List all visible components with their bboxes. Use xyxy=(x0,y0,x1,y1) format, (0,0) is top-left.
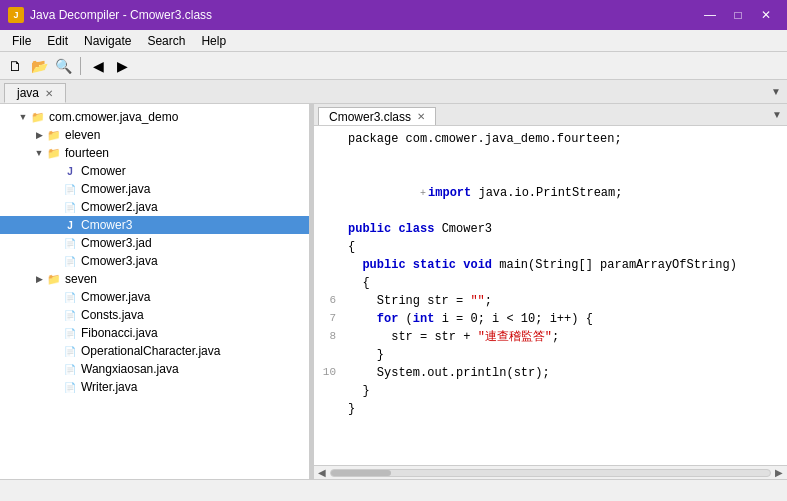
cmower3-class-label: Cmower3 xyxy=(81,218,132,232)
code-line-close-for: } xyxy=(314,346,787,364)
hscroll-left-arrow[interactable]: ◀ xyxy=(318,467,326,478)
title-text: Java Decompiler - Cmower3.class xyxy=(30,8,212,22)
hscroll-thumb[interactable] xyxy=(331,470,391,476)
toolbar-open-button[interactable]: 📂 xyxy=(28,55,50,77)
writer-java-label: Writer.java xyxy=(81,380,137,394)
operational-java-icon: 📄 xyxy=(62,343,78,359)
tree-node-cmower2-java[interactable]: ▶ 📄 Cmower2.java xyxy=(0,198,309,216)
menu-edit[interactable]: Edit xyxy=(39,32,76,50)
main-layout: ▼ 📁 com.cmower.java_demo ▶ 📁 eleven ▼ 📁 … xyxy=(0,104,787,479)
maximize-button[interactable]: □ xyxy=(725,5,751,25)
line-content-7: for (int i = 0; i < 10; i++) { xyxy=(344,310,787,328)
tree-node-cmower3-class[interactable]: ▶ J Cmower3 xyxy=(0,216,309,234)
tab-dropdown-button[interactable]: ▼ xyxy=(765,86,787,97)
line-num-8: 8 xyxy=(314,328,344,345)
root-label: com.cmower.java_demo xyxy=(49,110,178,124)
cmower2-java-icon: 📄 xyxy=(62,199,78,215)
consts-java-icon: 📄 xyxy=(62,307,78,323)
status-bar xyxy=(0,479,787,501)
seven-cmower-java-icon: 📄 xyxy=(62,289,78,305)
menu-file[interactable]: File xyxy=(4,32,39,50)
menu-bar: File Edit Navigate Search Help xyxy=(0,30,787,52)
code-line-main: public static void main(String[] paramAr… xyxy=(314,256,787,274)
eleven-label: eleven xyxy=(65,128,100,142)
eleven-toggle-icon[interactable]: ▶ xyxy=(32,128,46,142)
tree-node-operational-java[interactable]: ▶ 📄 OperationalCharacter.java xyxy=(0,342,309,360)
code-line-import: +import java.io.PrintStream; xyxy=(314,166,787,202)
line-content-main-open: { xyxy=(344,274,787,292)
menu-search[interactable]: Search xyxy=(139,32,193,50)
seven-cmower-java-label: Cmower.java xyxy=(81,290,150,304)
line-num-7: 7 xyxy=(314,310,344,327)
cmower3-java-label: Cmower3.java xyxy=(81,254,158,268)
tab-java-close[interactable]: ✕ xyxy=(45,88,53,99)
back-icon: ◀ xyxy=(93,58,104,74)
tree-node-cmower-java[interactable]: ▶ 📄 Cmower.java xyxy=(0,180,309,198)
close-button[interactable]: ✕ xyxy=(753,5,779,25)
line-content-1: package com.cmower.java_demo.fourteen; xyxy=(344,130,787,148)
tree-node-cmower3-jad[interactable]: ▶ 📄 Cmower3.jad xyxy=(0,234,309,252)
file-tree-panel: ▼ 📁 com.cmower.java_demo ▶ 📁 eleven ▼ 📁 … xyxy=(0,104,310,479)
menu-help[interactable]: Help xyxy=(193,32,234,50)
code-line-6: 6 String str = ""; xyxy=(314,292,787,310)
root-folder-icon: 📁 xyxy=(30,109,46,125)
code-line-close-main: } xyxy=(314,382,787,400)
cmower3-jad-icon: 📄 xyxy=(62,235,78,251)
seven-toggle-icon[interactable]: ▶ xyxy=(32,272,46,286)
line-content-main: public static void main(String[] paramAr… xyxy=(344,256,787,274)
code-horizontal-scrollbar[interactable]: ◀ ▶ xyxy=(314,465,787,479)
operational-java-label: OperationalCharacter.java xyxy=(81,344,220,358)
code-tab-dropdown[interactable]: ▼ xyxy=(771,109,787,120)
wangxiaosan-java-label: Wangxiaosan.java xyxy=(81,362,179,376)
tree-node-consts-java[interactable]: ▶ 📄 Consts.java xyxy=(0,306,309,324)
cmower3-class-icon: J xyxy=(62,217,78,233)
top-tab-bar: java ✕ ▼ xyxy=(0,80,787,104)
line-content-class: public class Cmower3 xyxy=(344,220,787,238)
hscroll-right-arrow[interactable]: ▶ xyxy=(775,467,783,478)
tree-node-fourteen[interactable]: ▼ 📁 fourteen xyxy=(0,144,309,162)
file-tree: ▼ 📁 com.cmower.java_demo ▶ 📁 eleven ▼ 📁 … xyxy=(0,104,309,400)
root-toggle-icon[interactable]: ▼ xyxy=(16,110,30,124)
code-panel: Cmower3.class ✕ ▼ package com.cmower.jav… xyxy=(314,104,787,479)
new-file-icon: 🗋 xyxy=(8,58,22,74)
fourteen-label: fourteen xyxy=(65,146,109,160)
tab-java-label: java xyxy=(17,86,39,100)
tree-node-cmower3-java[interactable]: ▶ 📄 Cmower3.java xyxy=(0,252,309,270)
toolbar-back-button[interactable]: ◀ xyxy=(87,55,109,77)
title-controls: — □ ✕ xyxy=(697,5,779,25)
toolbar-new-button[interactable]: 🗋 xyxy=(4,55,26,77)
hscroll-track[interactable] xyxy=(330,469,771,477)
code-editor[interactable]: package com.cmower.java_demo.fourteen; +… xyxy=(314,126,787,465)
minimize-button[interactable]: — xyxy=(697,5,723,25)
code-line-open-brace: { xyxy=(314,238,787,256)
code-line-10: 10 System.out.println(str); xyxy=(314,364,787,382)
toolbar-forward-button[interactable]: ▶ xyxy=(111,55,133,77)
line-content-10: System.out.println(str); xyxy=(344,364,787,382)
tree-node-wangxiaosan-java[interactable]: ▶ 📄 Wangxiaosan.java xyxy=(0,360,309,378)
code-tab-close[interactable]: ✕ xyxy=(417,111,425,122)
line-content-close-for: } xyxy=(344,346,787,364)
fibonacci-java-icon: 📄 xyxy=(62,325,78,341)
tree-node-seven[interactable]: ▶ 📁 seven xyxy=(0,270,309,288)
tree-node-cmower-class[interactable]: ▶ J Cmower xyxy=(0,162,309,180)
eleven-folder-icon: 📁 xyxy=(46,127,62,143)
code-line-blank xyxy=(314,202,787,220)
menu-navigate[interactable]: Navigate xyxy=(76,32,139,50)
toolbar-search-button[interactable]: 🔍 xyxy=(52,55,74,77)
tree-node-writer-java[interactable]: ▶ 📄 Writer.java xyxy=(0,378,309,396)
fourteen-folder-icon: 📁 xyxy=(46,145,62,161)
seven-label: seven xyxy=(65,272,97,286)
code-line-7: 7 for (int i = 0; i < 10; i++) { xyxy=(314,310,787,328)
tree-node-fibonacci-java[interactable]: ▶ 📄 Fibonacci.java xyxy=(0,324,309,342)
code-tab-cmower3[interactable]: Cmower3.class ✕ xyxy=(318,107,436,125)
toolbar: 🗋 📂 🔍 ◀ ▶ xyxy=(0,52,787,80)
line-content-close-class: } xyxy=(344,400,787,418)
tree-node-eleven[interactable]: ▶ 📁 eleven xyxy=(0,126,309,144)
tab-java[interactable]: java ✕ xyxy=(4,83,66,103)
tree-node-seven-cmower-java[interactable]: ▶ 📄 Cmower.java xyxy=(0,288,309,306)
tree-node-root[interactable]: ▼ 📁 com.cmower.java_demo xyxy=(0,108,309,126)
code-tab-label: Cmower3.class xyxy=(329,110,411,124)
writer-java-icon: 📄 xyxy=(62,379,78,395)
fourteen-toggle-icon[interactable]: ▼ xyxy=(32,146,46,160)
import-expand-icon[interactable]: + xyxy=(420,188,426,199)
